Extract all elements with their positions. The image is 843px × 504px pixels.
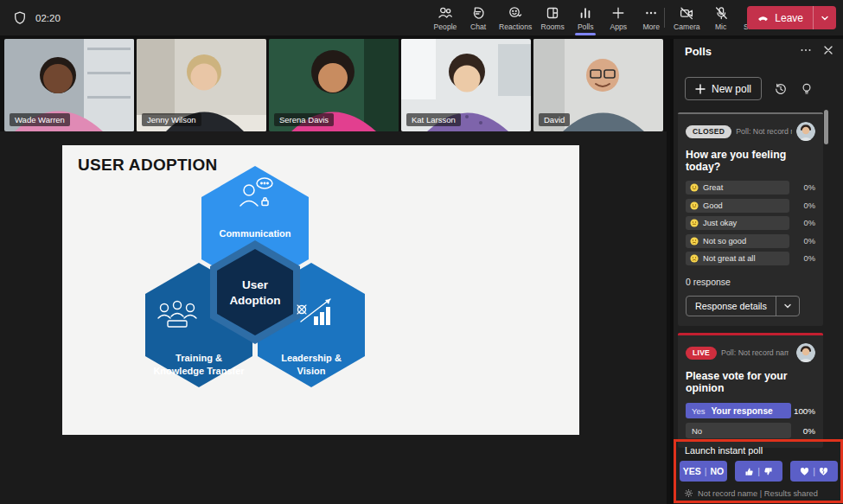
your-response-label: Your response bbox=[712, 406, 773, 416]
video-tile-jenny-wilson[interactable]: Jenny Wilson bbox=[137, 39, 266, 131]
vote-yes-bar[interactable]: Yes Your response bbox=[686, 403, 791, 418]
instant-yes-no-button[interactable]: YES|NO bbox=[680, 461, 727, 482]
poll-option-not-great-at-all: Not great at all 0% bbox=[686, 252, 815, 265]
chevron-down-icon bbox=[821, 14, 829, 22]
toolbar-divider bbox=[664, 8, 665, 28]
instant-poll-title: Launch instant poll bbox=[685, 445, 763, 456]
details-chevron[interactable] bbox=[776, 297, 799, 316]
chat-icon bbox=[470, 5, 486, 21]
instant-poll-settings[interactable]: Not record name | Results shared bbox=[684, 488, 818, 498]
polls-actions: New poll bbox=[685, 77, 814, 100]
hangup-icon bbox=[757, 11, 770, 24]
instant-hearts-button[interactable]: | bbox=[790, 461, 838, 482]
emoji-sad-icon bbox=[690, 254, 699, 263]
toolbar-item-rooms[interactable]: Rooms bbox=[536, 0, 569, 35]
option-percent: 0% bbox=[804, 237, 815, 246]
poll-option-not-so-good: Not so good 0% bbox=[686, 234, 815, 248]
video-tile-david[interactable]: David bbox=[533, 39, 663, 131]
video-tile-serena-davis[interactable]: Serena Davis bbox=[269, 39, 399, 131]
meeting-timer: 02:20 bbox=[35, 13, 61, 23]
heart-icon bbox=[800, 467, 809, 476]
video-gallery: Wade Warren Jenny Wilson Serena Davis bbox=[4, 39, 663, 131]
presentation-slide: Communication Training & Knowledge Trans… bbox=[62, 145, 579, 435]
instant-thumbs-button[interactable]: | bbox=[735, 461, 782, 482]
poll-suggestions-bulb-icon[interactable] bbox=[800, 82, 814, 96]
panel-close-icon[interactable] bbox=[822, 44, 834, 56]
poll-history-icon[interactable] bbox=[774, 82, 788, 96]
no-percent: 0% bbox=[803, 426, 815, 436]
option-percent: 0% bbox=[804, 183, 815, 192]
vote-no-bar[interactable]: No bbox=[686, 423, 791, 438]
vote-row-yes: Yes Your response 100% bbox=[686, 403, 815, 418]
panel-title: Polls bbox=[685, 45, 712, 58]
panel-scrollbar[interactable] bbox=[824, 110, 828, 144]
mic-toggle[interactable]: Mic bbox=[705, 0, 738, 35]
live-poll-card: LIVE Poll: Not record name | Res... Plea… bbox=[678, 333, 823, 448]
meeting-toolbar: People Chat Reactions Rooms Polls Apps bbox=[429, 0, 667, 35]
diagram-center-line2: Adoption bbox=[229, 294, 280, 307]
hex-right-label-line2: Vision bbox=[297, 366, 326, 376]
toolbar-item-more[interactable]: More bbox=[635, 0, 667, 35]
participant-name: Jenny Wilson bbox=[142, 113, 201, 126]
closed-poll-question: How are you feeling today? bbox=[686, 149, 815, 173]
response-details-button[interactable]: Response details bbox=[686, 296, 800, 316]
plus-icon bbox=[695, 84, 706, 94]
plus-icon bbox=[610, 5, 626, 21]
leave-split-button[interactable]: Leave bbox=[747, 6, 836, 29]
live-poll-meta: Poll: Not record name | Res... bbox=[721, 348, 789, 357]
camera-off-icon bbox=[679, 5, 694, 21]
toolbar-item-reactions[interactable]: Reactions bbox=[495, 0, 536, 35]
polls-icon bbox=[578, 5, 593, 21]
rooms-icon bbox=[545, 5, 560, 21]
poll-author-avatar bbox=[796, 343, 815, 362]
poll-option-just-okay: Just okay 0% bbox=[686, 216, 815, 230]
closed-poll-meta: Poll: Not record name |... bbox=[736, 127, 792, 136]
live-badge: LIVE bbox=[686, 347, 717, 360]
live-poll-question: Please vote for your opinion bbox=[686, 370, 815, 394]
participant-name: David bbox=[539, 113, 570, 126]
toolbar-item-chat[interactable]: Chat bbox=[462, 0, 495, 35]
broken-heart-icon bbox=[819, 467, 828, 476]
hex-top-label: Communication bbox=[219, 228, 291, 239]
leave-options-chevron[interactable] bbox=[813, 6, 836, 29]
emoji-neutral-icon bbox=[690, 219, 699, 227]
new-poll-button[interactable]: New poll bbox=[685, 77, 762, 100]
option-percent: 0% bbox=[804, 254, 815, 263]
closed-badge: CLOSED bbox=[686, 125, 731, 138]
option-percent: 0% bbox=[804, 219, 815, 227]
hex-left-label-line1: Training & bbox=[176, 353, 222, 363]
thumb-down-icon bbox=[763, 467, 773, 476]
response-count: 0 response bbox=[686, 277, 815, 287]
thumb-up-icon bbox=[744, 467, 754, 476]
emoji-smile-icon bbox=[690, 201, 699, 210]
hex-left-label-line2: Knowledge Transfer bbox=[153, 366, 245, 376]
reactions-icon bbox=[508, 5, 523, 21]
yes-percent: 100% bbox=[794, 406, 815, 416]
poll-option-good: Good 0% bbox=[686, 199, 815, 213]
teams-meeting-window: 02:20 People Chat Reactions Rooms Polls bbox=[0, 0, 843, 504]
more-icon bbox=[643, 5, 659, 21]
user-adoption-diagram: Communication Training & Knowledge Trans… bbox=[62, 145, 579, 435]
mic-off-icon bbox=[713, 5, 729, 21]
participant-name: Serena Davis bbox=[274, 113, 334, 126]
leave-button[interactable]: Leave bbox=[747, 6, 813, 29]
slide-title: USER ADOPTION bbox=[78, 156, 218, 175]
meeting-topbar: 02:20 People Chat Reactions Rooms Polls bbox=[0, 0, 843, 35]
toolbar-item-people[interactable]: People bbox=[429, 0, 462, 35]
shield-icon bbox=[12, 10, 28, 26]
video-tile-wade-warren[interactable]: Wade Warren bbox=[4, 39, 134, 131]
closed-poll-options: Great 0% Good 0% Just okay 0% Not so goo… bbox=[686, 181, 815, 265]
participant-name: Kat Larsson bbox=[406, 113, 461, 126]
camera-toggle[interactable]: Camera bbox=[669, 0, 705, 35]
polls-panel-header: Polls bbox=[674, 39, 843, 65]
closed-poll-card: CLOSED Poll: Not record name |... How ar… bbox=[678, 112, 823, 326]
poll-option-great: Great 0% bbox=[686, 181, 815, 195]
hex-right-label-line1: Leadership & bbox=[281, 353, 342, 363]
panel-more-icon[interactable] bbox=[800, 44, 812, 56]
emoji-grin-icon bbox=[690, 183, 699, 192]
polls-panel: Polls New poll CLOSED Poll: Not record n… bbox=[670, 39, 843, 504]
toolbar-item-apps[interactable]: Apps bbox=[602, 0, 635, 35]
toolbar-item-polls[interactable]: Polls bbox=[569, 0, 602, 35]
video-tile-kat-larsson[interactable]: Kat Larsson bbox=[401, 39, 531, 131]
gear-icon bbox=[684, 488, 693, 498]
